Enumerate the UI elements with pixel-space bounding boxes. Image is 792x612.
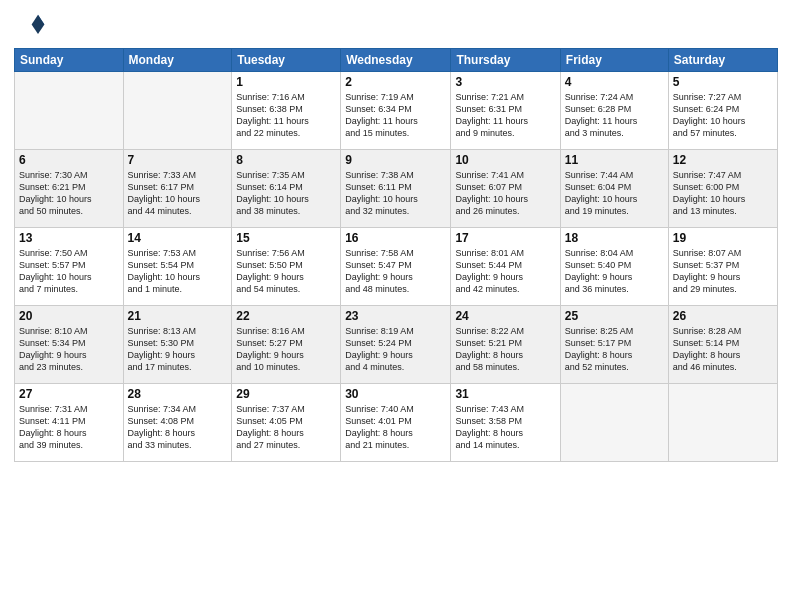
calendar-cell: 4Sunrise: 7:24 AMSunset: 6:28 PMDaylight… bbox=[560, 72, 668, 150]
day-info: Sunrise: 7:41 AMSunset: 6:07 PMDaylight:… bbox=[455, 169, 555, 218]
day-info: Sunrise: 8:10 AMSunset: 5:34 PMDaylight:… bbox=[19, 325, 119, 374]
calendar-cell: 7Sunrise: 7:33 AMSunset: 6:17 PMDaylight… bbox=[123, 150, 232, 228]
day-info: Sunrise: 8:07 AMSunset: 5:37 PMDaylight:… bbox=[673, 247, 773, 296]
day-number: 31 bbox=[455, 387, 555, 401]
day-number: 22 bbox=[236, 309, 336, 323]
weekday-header-row: SundayMondayTuesdayWednesdayThursdayFrid… bbox=[15, 49, 778, 72]
week-row-4: 20Sunrise: 8:10 AMSunset: 5:34 PMDayligh… bbox=[15, 306, 778, 384]
day-info: Sunrise: 8:22 AMSunset: 5:21 PMDaylight:… bbox=[455, 325, 555, 374]
calendar-cell: 3Sunrise: 7:21 AMSunset: 6:31 PMDaylight… bbox=[451, 72, 560, 150]
day-number: 19 bbox=[673, 231, 773, 245]
weekday-header-monday: Monday bbox=[123, 49, 232, 72]
calendar-cell: 9Sunrise: 7:38 AMSunset: 6:11 PMDaylight… bbox=[341, 150, 451, 228]
day-info: Sunrise: 7:27 AMSunset: 6:24 PMDaylight:… bbox=[673, 91, 773, 140]
day-info: Sunrise: 7:35 AMSunset: 6:14 PMDaylight:… bbox=[236, 169, 336, 218]
day-info: Sunrise: 8:01 AMSunset: 5:44 PMDaylight:… bbox=[455, 247, 555, 296]
day-info: Sunrise: 7:53 AMSunset: 5:54 PMDaylight:… bbox=[128, 247, 228, 296]
day-info: Sunrise: 7:43 AMSunset: 3:58 PMDaylight:… bbox=[455, 403, 555, 452]
day-info: Sunrise: 8:04 AMSunset: 5:40 PMDaylight:… bbox=[565, 247, 664, 296]
day-number: 15 bbox=[236, 231, 336, 245]
day-number: 8 bbox=[236, 153, 336, 167]
day-info: Sunrise: 7:31 AMSunset: 4:11 PMDaylight:… bbox=[19, 403, 119, 452]
weekday-header-friday: Friday bbox=[560, 49, 668, 72]
calendar-cell: 12Sunrise: 7:47 AMSunset: 6:00 PMDayligh… bbox=[668, 150, 777, 228]
calendar-cell: 15Sunrise: 7:56 AMSunset: 5:50 PMDayligh… bbox=[232, 228, 341, 306]
calendar-cell: 26Sunrise: 8:28 AMSunset: 5:14 PMDayligh… bbox=[668, 306, 777, 384]
calendar-cell: 11Sunrise: 7:44 AMSunset: 6:04 PMDayligh… bbox=[560, 150, 668, 228]
week-row-3: 13Sunrise: 7:50 AMSunset: 5:57 PMDayligh… bbox=[15, 228, 778, 306]
day-number: 1 bbox=[236, 75, 336, 89]
calendar-cell: 18Sunrise: 8:04 AMSunset: 5:40 PMDayligh… bbox=[560, 228, 668, 306]
week-row-1: 1Sunrise: 7:16 AMSunset: 6:38 PMDaylight… bbox=[15, 72, 778, 150]
day-number: 7 bbox=[128, 153, 228, 167]
day-info: Sunrise: 8:16 AMSunset: 5:27 PMDaylight:… bbox=[236, 325, 336, 374]
calendar-cell: 21Sunrise: 8:13 AMSunset: 5:30 PMDayligh… bbox=[123, 306, 232, 384]
day-info: Sunrise: 8:28 AMSunset: 5:14 PMDaylight:… bbox=[673, 325, 773, 374]
day-number: 17 bbox=[455, 231, 555, 245]
day-info: Sunrise: 7:30 AMSunset: 6:21 PMDaylight:… bbox=[19, 169, 119, 218]
day-number: 25 bbox=[565, 309, 664, 323]
weekday-header-saturday: Saturday bbox=[668, 49, 777, 72]
day-info: Sunrise: 7:44 AMSunset: 6:04 PMDaylight:… bbox=[565, 169, 664, 218]
day-number: 28 bbox=[128, 387, 228, 401]
calendar-cell: 16Sunrise: 7:58 AMSunset: 5:47 PMDayligh… bbox=[341, 228, 451, 306]
day-number: 3 bbox=[455, 75, 555, 89]
calendar-cell: 13Sunrise: 7:50 AMSunset: 5:57 PMDayligh… bbox=[15, 228, 124, 306]
week-row-2: 6Sunrise: 7:30 AMSunset: 6:21 PMDaylight… bbox=[15, 150, 778, 228]
day-info: Sunrise: 7:16 AMSunset: 6:38 PMDaylight:… bbox=[236, 91, 336, 140]
calendar-cell: 1Sunrise: 7:16 AMSunset: 6:38 PMDaylight… bbox=[232, 72, 341, 150]
day-info: Sunrise: 7:24 AMSunset: 6:28 PMDaylight:… bbox=[565, 91, 664, 140]
day-number: 23 bbox=[345, 309, 446, 323]
day-info: Sunrise: 8:25 AMSunset: 5:17 PMDaylight:… bbox=[565, 325, 664, 374]
day-info: Sunrise: 8:19 AMSunset: 5:24 PMDaylight:… bbox=[345, 325, 446, 374]
day-number: 16 bbox=[345, 231, 446, 245]
day-info: Sunrise: 7:19 AMSunset: 6:34 PMDaylight:… bbox=[345, 91, 446, 140]
day-number: 13 bbox=[19, 231, 119, 245]
calendar-cell: 17Sunrise: 8:01 AMSunset: 5:44 PMDayligh… bbox=[451, 228, 560, 306]
day-number: 4 bbox=[565, 75, 664, 89]
calendar-cell: 30Sunrise: 7:40 AMSunset: 4:01 PMDayligh… bbox=[341, 384, 451, 462]
logo bbox=[14, 10, 50, 42]
calendar-cell: 20Sunrise: 8:10 AMSunset: 5:34 PMDayligh… bbox=[15, 306, 124, 384]
logo-icon bbox=[14, 10, 46, 42]
day-info: Sunrise: 7:47 AMSunset: 6:00 PMDaylight:… bbox=[673, 169, 773, 218]
day-number: 24 bbox=[455, 309, 555, 323]
day-info: Sunrise: 7:50 AMSunset: 5:57 PMDaylight:… bbox=[19, 247, 119, 296]
day-number: 30 bbox=[345, 387, 446, 401]
calendar-cell: 31Sunrise: 7:43 AMSunset: 3:58 PMDayligh… bbox=[451, 384, 560, 462]
day-number: 12 bbox=[673, 153, 773, 167]
day-number: 10 bbox=[455, 153, 555, 167]
day-number: 14 bbox=[128, 231, 228, 245]
calendar-cell bbox=[668, 384, 777, 462]
week-row-5: 27Sunrise: 7:31 AMSunset: 4:11 PMDayligh… bbox=[15, 384, 778, 462]
day-info: Sunrise: 7:38 AMSunset: 6:11 PMDaylight:… bbox=[345, 169, 446, 218]
calendar-cell: 28Sunrise: 7:34 AMSunset: 4:08 PMDayligh… bbox=[123, 384, 232, 462]
calendar-cell: 2Sunrise: 7:19 AMSunset: 6:34 PMDaylight… bbox=[341, 72, 451, 150]
day-info: Sunrise: 7:56 AMSunset: 5:50 PMDaylight:… bbox=[236, 247, 336, 296]
day-number: 29 bbox=[236, 387, 336, 401]
calendar-cell: 19Sunrise: 8:07 AMSunset: 5:37 PMDayligh… bbox=[668, 228, 777, 306]
calendar-cell bbox=[560, 384, 668, 462]
calendar-cell: 24Sunrise: 8:22 AMSunset: 5:21 PMDayligh… bbox=[451, 306, 560, 384]
svg-marker-1 bbox=[32, 15, 45, 34]
day-number: 11 bbox=[565, 153, 664, 167]
day-number: 27 bbox=[19, 387, 119, 401]
calendar-cell: 25Sunrise: 8:25 AMSunset: 5:17 PMDayligh… bbox=[560, 306, 668, 384]
calendar-cell: 27Sunrise: 7:31 AMSunset: 4:11 PMDayligh… bbox=[15, 384, 124, 462]
calendar-cell: 8Sunrise: 7:35 AMSunset: 6:14 PMDaylight… bbox=[232, 150, 341, 228]
page: SundayMondayTuesdayWednesdayThursdayFrid… bbox=[0, 0, 792, 612]
day-number: 21 bbox=[128, 309, 228, 323]
calendar-cell: 5Sunrise: 7:27 AMSunset: 6:24 PMDaylight… bbox=[668, 72, 777, 150]
day-number: 6 bbox=[19, 153, 119, 167]
calendar-cell: 29Sunrise: 7:37 AMSunset: 4:05 PMDayligh… bbox=[232, 384, 341, 462]
weekday-header-thursday: Thursday bbox=[451, 49, 560, 72]
weekday-header-wednesday: Wednesday bbox=[341, 49, 451, 72]
header bbox=[14, 10, 778, 42]
day-number: 2 bbox=[345, 75, 446, 89]
calendar-cell: 22Sunrise: 8:16 AMSunset: 5:27 PMDayligh… bbox=[232, 306, 341, 384]
day-info: Sunrise: 8:13 AMSunset: 5:30 PMDaylight:… bbox=[128, 325, 228, 374]
day-number: 26 bbox=[673, 309, 773, 323]
day-info: Sunrise: 7:33 AMSunset: 6:17 PMDaylight:… bbox=[128, 169, 228, 218]
calendar-cell bbox=[15, 72, 124, 150]
weekday-header-tuesday: Tuesday bbox=[232, 49, 341, 72]
